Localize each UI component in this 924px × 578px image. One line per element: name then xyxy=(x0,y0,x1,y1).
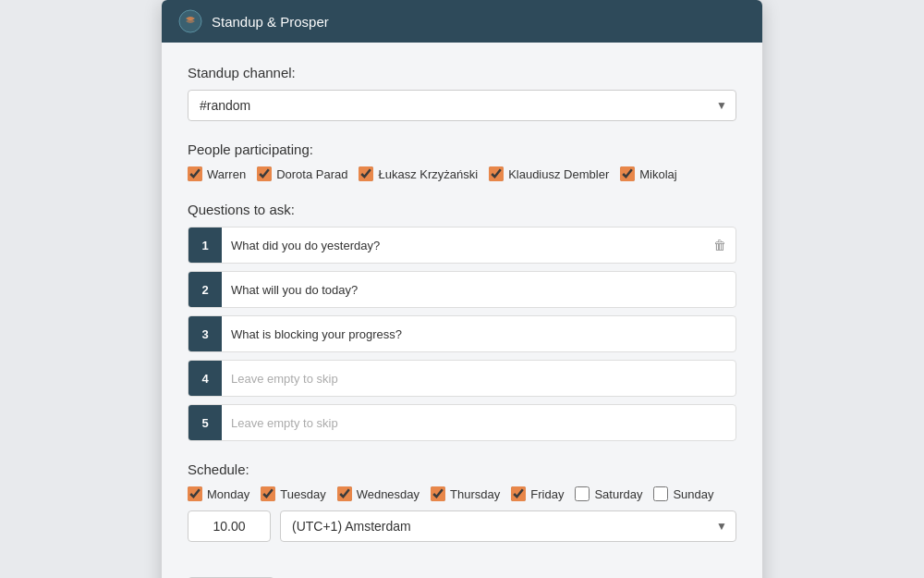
day-tuesday-checkbox[interactable] xyxy=(261,486,275,501)
day-wednesday-label: Wednesday xyxy=(357,487,419,501)
person-lukasz-checkbox[interactable] xyxy=(359,166,373,181)
day-sunday-checkbox[interactable] xyxy=(653,486,668,501)
people-section: People participating: Warren Dorota Para… xyxy=(188,141,736,181)
time-input[interactable] xyxy=(188,510,271,542)
day-wednesday-checkbox[interactable] xyxy=(337,486,352,501)
question-row-4: 4 xyxy=(188,360,736,397)
question-number-3: 3 xyxy=(188,316,222,351)
standup-modal: Standup & Prosper Standup channel: #rand… xyxy=(162,0,762,578)
schedule-label: Schedule: xyxy=(188,461,736,477)
schedule-days: Monday Tuesday Wednesday Thursday Friday xyxy=(188,486,736,501)
day-saturday: Saturday xyxy=(575,486,642,501)
question-row-1: 1 🗑 xyxy=(188,227,736,264)
day-monday-checkbox[interactable] xyxy=(188,486,202,501)
question-number-5: 5 xyxy=(188,405,222,440)
questions-section: Questions to ask: 1 🗑 2 3 4 xyxy=(188,202,736,441)
question-input-4[interactable] xyxy=(222,364,736,393)
channel-select-wrapper: #random #standup #general ▼ xyxy=(188,90,736,121)
question-row-3: 3 xyxy=(188,315,736,352)
questions-label: Questions to ask: xyxy=(188,202,736,217)
day-friday-label: Friday xyxy=(530,487,564,501)
modal-footer: Close Save standup xyxy=(162,564,762,578)
day-tuesday-label: Tuesday xyxy=(280,487,325,501)
questions-list: 1 🗑 2 3 4 5 xyxy=(188,227,736,441)
person-lukasz: Łukasz Krzyżański xyxy=(359,166,478,181)
modal-body: Standup channel: #random #standup #gener… xyxy=(162,43,762,564)
person-dorota-label: Dorota Parad xyxy=(276,167,347,181)
person-mikolaj: Mikolaj xyxy=(620,166,676,181)
app-title: Standup & Prosper xyxy=(212,14,329,30)
day-monday: Monday xyxy=(188,486,249,501)
person-klaudiusz: Klaudiusz Dembler xyxy=(489,166,609,181)
person-mikolaj-label: Mikolaj xyxy=(639,167,676,181)
question-delete-1[interactable]: 🗑 xyxy=(704,238,736,252)
question-number-1: 1 xyxy=(188,228,222,263)
person-warren-checkbox[interactable] xyxy=(188,166,202,181)
day-saturday-label: Saturday xyxy=(594,487,642,501)
channel-select[interactable]: #random #standup #general xyxy=(188,90,736,121)
day-friday: Friday xyxy=(511,486,564,501)
people-row: Warren Dorota Parad Łukasz Krzyżański Kl… xyxy=(188,166,736,181)
question-row-2: 2 xyxy=(188,271,736,308)
person-lukasz-label: Łukasz Krzyżański xyxy=(378,167,478,181)
schedule-section: Schedule: Monday Tuesday Wednesday Thurs… xyxy=(188,461,736,542)
person-klaudiusz-label: Klaudiusz Dembler xyxy=(508,167,609,181)
question-input-3[interactable] xyxy=(222,320,736,349)
person-warren: Warren xyxy=(188,166,246,181)
person-warren-label: Warren xyxy=(207,167,246,181)
question-input-1[interactable] xyxy=(222,231,704,260)
day-thursday-checkbox[interactable] xyxy=(431,486,445,501)
person-klaudiusz-checkbox[interactable] xyxy=(489,166,504,181)
day-friday-checkbox[interactable] xyxy=(511,486,526,501)
day-saturday-checkbox[interactable] xyxy=(575,486,590,501)
day-thursday-label: Thursday xyxy=(450,487,500,501)
modal-header: Standup & Prosper xyxy=(162,0,762,43)
day-thursday: Thursday xyxy=(431,486,500,501)
timezone-select-wrapper: (UTC+1) Amsterdam (UTC+0) London (UTC-5)… xyxy=(280,510,736,542)
question-input-5[interactable] xyxy=(222,409,736,437)
person-dorota-checkbox[interactable] xyxy=(257,166,272,181)
day-sunday-label: Sunday xyxy=(673,487,713,501)
day-tuesday: Tuesday xyxy=(261,486,325,501)
app-icon xyxy=(178,9,202,33)
schedule-time-row: (UTC+1) Amsterdam (UTC+0) London (UTC-5)… xyxy=(188,510,736,542)
question-number-4: 4 xyxy=(188,361,222,396)
question-input-2[interactable] xyxy=(222,276,736,304)
question-number-2: 2 xyxy=(188,272,222,307)
day-sunday: Sunday xyxy=(653,486,713,501)
person-dorota: Dorota Parad xyxy=(257,166,347,181)
day-monday-label: Monday xyxy=(207,487,249,501)
standup-channel-section: Standup channel: #random #standup #gener… xyxy=(188,65,736,121)
question-row-5: 5 xyxy=(188,404,736,441)
people-label: People participating: xyxy=(188,141,736,157)
timezone-select[interactable]: (UTC+1) Amsterdam (UTC+0) London (UTC-5)… xyxy=(280,510,736,542)
person-mikolaj-checkbox[interactable] xyxy=(620,166,635,181)
standup-channel-label: Standup channel: xyxy=(188,65,736,80)
day-wednesday: Wednesday xyxy=(337,486,419,501)
